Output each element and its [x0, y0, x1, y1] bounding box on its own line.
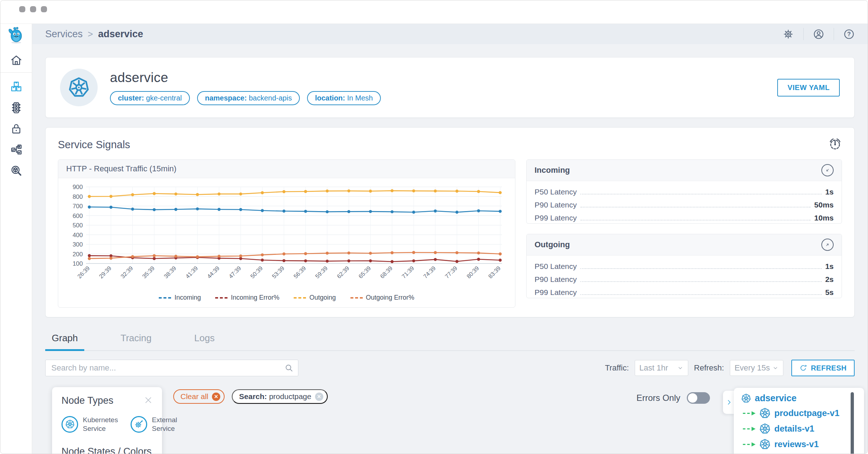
svg-text:71:39: 71:39: [401, 265, 415, 279]
search-input[interactable]: [45, 360, 298, 376]
edge-arrow-icon: [743, 442, 756, 447]
svg-text:68:39: 68:39: [379, 265, 393, 279]
scrollbar-thumb[interactable]: [851, 392, 854, 454]
clear-all-chip[interactable]: Clear all ✕: [173, 389, 225, 404]
settings-gear-icon[interactable]: [783, 29, 794, 40]
sidebar-item-security-lock[interactable]: [0, 118, 32, 139]
latency-value: 1s: [825, 188, 834, 196]
svg-text:500: 500: [73, 222, 83, 229]
search-explore-icon: [10, 164, 22, 177]
sidebar-item-traffic-light[interactable]: [0, 97, 32, 118]
legend-item-incoming-error-[interactable]: Incoming Error%: [215, 294, 279, 301]
panel-collapse-tab[interactable]: [723, 391, 735, 414]
traffic-select[interactable]: Last 1hr: [635, 360, 688, 376]
tab-tracing[interactable]: Tracing: [119, 330, 153, 350]
kubernetes-icon: [759, 438, 771, 450]
outgoing-title: Outgoing: [535, 240, 570, 249]
badge-location[interactable]: location: In Mesh: [307, 91, 381, 105]
legend-item-outgoing[interactable]: Outgoing: [294, 294, 336, 301]
svg-text:56:39: 56:39: [293, 265, 307, 279]
traffic-chart-panel: HTTP - Request Traffic (15min) 900800700…: [58, 159, 515, 308]
latency-row: P90 Latency 50ms: [535, 197, 834, 210]
kubernetes-icon: [759, 423, 771, 434]
sidebar-item-topology[interactable]: [0, 139, 32, 160]
kiali-logo[interactable]: [7, 25, 25, 45]
refresh-button[interactable]: REFRESH: [791, 360, 855, 376]
clear-all-x-icon[interactable]: ✕: [212, 393, 220, 401]
sidebar-item-home[interactable]: [0, 50, 32, 71]
latency-row: P99 Latency 10ms: [535, 210, 834, 223]
dotted-leader: [580, 220, 811, 220]
view-yaml-button[interactable]: VIEW YAML: [777, 79, 840, 97]
latency-value: 1s: [825, 262, 834, 271]
search-filter-chip[interactable]: Search: productpage ✕: [232, 389, 328, 404]
topbar-divider: [803, 28, 804, 40]
svg-text:700: 700: [73, 203, 83, 210]
latency-value: 2s: [825, 275, 834, 284]
edge-arrow-icon: [743, 411, 756, 416]
breadcrumb-current: adservice: [98, 29, 143, 40]
badge-cluster[interactable]: cluster: gke-central: [110, 91, 190, 105]
errors-only-label: Errors Only: [637, 393, 680, 403]
sidebar-item-search-explore[interactable]: [0, 160, 32, 181]
node-types-title: Node Types: [61, 395, 114, 406]
latency-value: 50ms: [814, 201, 834, 209]
tab-graph[interactable]: Graph: [50, 330, 79, 350]
window-dot[interactable]: [41, 6, 47, 12]
node-type-external-service: External Service: [131, 416, 185, 433]
gauge-icon[interactable]: [828, 137, 842, 152]
latency-label: P90 Latency: [535, 201, 577, 209]
svg-text:83:39: 83:39: [487, 265, 502, 279]
traffic-chart: 90080070060050040030020010026:3929:3932:…: [66, 183, 507, 292]
refresh-select[interactable]: Every 15s: [730, 360, 783, 376]
help-icon[interactable]: [843, 29, 855, 40]
side-panel-target-details-v1[interactable]: details-v1: [741, 423, 850, 434]
svg-text:29:39: 29:39: [98, 265, 112, 279]
dotted-leader: [580, 294, 822, 295]
detail-tabs: GraphTracingLogs: [45, 330, 855, 351]
window-dot[interactable]: [19, 6, 25, 12]
svg-text:65:39: 65:39: [357, 265, 372, 279]
close-icon[interactable]: [144, 396, 153, 406]
side-panel-root-service[interactable]: adservice: [741, 393, 850, 403]
latency-row: P90 Latency 2s: [535, 271, 834, 284]
breadcrumb-separator: >: [88, 29, 93, 39]
edge-arrow-icon: [743, 427, 756, 431]
svg-text:80:39: 80:39: [465, 265, 480, 279]
outgoing-arrow-icon[interactable]: [821, 239, 834, 251]
graph-canvas[interactable]: Node Types Kubernetes Service External S…: [45, 387, 855, 454]
svg-text:600: 600: [73, 213, 83, 219]
sidebar-item-applications[interactable]: [0, 76, 32, 97]
user-account-icon[interactable]: [813, 29, 824, 40]
node-states-title: Node States / Colors: [61, 446, 153, 454]
latency-row: P99 Latency 5s: [535, 284, 834, 297]
badge-namespace[interactable]: namespace: backend-apis: [197, 91, 300, 105]
topology-icon: [10, 144, 22, 156]
node-type-label: Kubernetes Service: [83, 416, 116, 433]
svg-text:44:39: 44:39: [206, 265, 221, 279]
side-panel-target-productpage-v1[interactable]: productpage-v1: [741, 407, 850, 419]
side-panel-target-reviews-v1[interactable]: reviews-v1: [741, 438, 850, 450]
legend-label: Incoming: [174, 294, 201, 301]
incoming-arrow-icon[interactable]: [821, 164, 834, 176]
legend-label: Outgoing: [309, 294, 336, 301]
svg-text:77:39: 77:39: [444, 265, 458, 279]
service-signals-card: Service Signals HTTP - Request Traffic (…: [45, 127, 855, 317]
svg-text:900: 900: [73, 184, 83, 190]
tab-logs[interactable]: Logs: [193, 330, 216, 350]
svg-text:26:39: 26:39: [76, 265, 91, 279]
remove-filter-x-icon[interactable]: ✕: [315, 393, 323, 401]
incoming-panel: Incoming P50 Latency 1sP90 Latency 50msP…: [526, 159, 842, 224]
breadcrumb-section[interactable]: Services: [45, 29, 83, 40]
legend-item-incoming[interactable]: Incoming: [159, 294, 201, 301]
chevron-down-icon: [772, 365, 779, 371]
legend-item-outgoing-error-[interactable]: Outgoing Error%: [350, 294, 414, 301]
latency-label: P50 Latency: [535, 262, 577, 271]
errors-only-toggle[interactable]: [687, 392, 710, 404]
legend-swatch: [159, 297, 171, 299]
refresh-icon: [799, 364, 807, 372]
window-dot[interactable]: [30, 6, 36, 12]
svg-text:74:39: 74:39: [422, 265, 437, 279]
legend-swatch: [350, 297, 363, 299]
sidebar-nav: [0, 50, 32, 181]
